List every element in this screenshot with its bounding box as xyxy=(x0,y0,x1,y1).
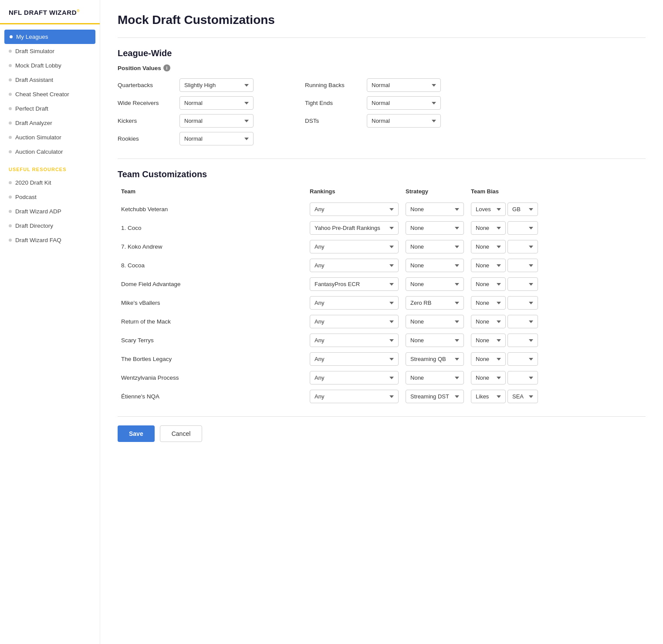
table-row: 7. Koko AndrewAnyYahoo Pre-Draft Ranking… xyxy=(118,237,646,256)
strategy-select-4[interactable]: NoneZero RBHero RBRobust RBStreaming QBS… xyxy=(406,277,464,291)
rb-select[interactable]: Very LowLowSlightly LowNormalSlightly Hi… xyxy=(367,78,441,92)
rankings-select-2[interactable]: AnyYahoo Pre-Draft RankingsFantasyPros E… xyxy=(310,240,399,253)
bias-div-5: NoneLovesLikesHatesGBSEAKCSFDALNEBALBUFM… xyxy=(471,296,642,310)
bias-pos-select-7[interactable]: GBSEAKCSFDALNEBALBUFMINLARNOTBPHICLECIND… xyxy=(507,334,538,347)
bias-loves-select-5[interactable]: NoneLovesLikesHates xyxy=(471,296,506,310)
bias-pos-select-6[interactable]: GBSEAKCSFDALNEBALBUFMINLARNOTBPHICLECIND… xyxy=(507,315,538,328)
rankings-select-1[interactable]: AnyYahoo Pre-Draft RankingsFantasyPros E… xyxy=(310,221,399,235)
bias-pos-select-2[interactable]: GBSEAKCSFDALNEBALBUFMINLARNOTBPHICLECIND… xyxy=(507,240,538,253)
sidebar-item-auction-simulator[interactable]: Auction Simulator xyxy=(0,130,100,145)
strategy-select-3[interactable]: NoneZero RBHero RBRobust RBStreaming QBS… xyxy=(406,259,464,272)
bias-pos-select-9[interactable]: GBSEAKCSFDALNEBALBUFMINLARNOTBPHICLECIND… xyxy=(507,371,538,384)
strategy-cell-10: NoneZero RBHero RBRobust RBStreaming QBS… xyxy=(402,387,467,406)
team-name-4: Dome Field Advantage xyxy=(118,275,306,293)
bias-pos-select-4[interactable]: GBSEAKCSFDALNEBALBUFMINLARNOTBPHICLECIND… xyxy=(507,277,538,291)
bias-div-8: NoneLovesLikesHatesGBSEAKCSFDALNEBALBUFM… xyxy=(471,352,642,366)
dot-icon xyxy=(9,78,12,81)
table-row: Mike's vBallersAnyYahoo Pre-Draft Rankin… xyxy=(118,293,646,312)
strategy-select-5[interactable]: NoneZero RBHero RBRobust RBStreaming QBS… xyxy=(406,296,464,310)
strategy-select-0[interactable]: NoneZero RBHero RBRobust RBStreaming QBS… xyxy=(406,202,464,216)
position-column-left: Quarterbacks Very LowLowSlightly LowNorm… xyxy=(118,78,279,145)
col-strategy: Strategy xyxy=(402,185,467,200)
strategy-select-1[interactable]: NoneZero RBHero RBRobust RBStreaming QBS… xyxy=(406,221,464,235)
strategy-select-9[interactable]: NoneZero RBHero RBRobust RBStreaming QBS… xyxy=(406,371,464,384)
bias-div-3: NoneLovesLikesHatesGBSEAKCSFDALNEBALBUFM… xyxy=(471,259,642,272)
sidebar-item-perfect-draft[interactable]: Perfect Draft xyxy=(0,101,100,116)
bias-pos-select-8[interactable]: GBSEAKCSFDALNEBALBUFMINLARNOTBPHICLECIND… xyxy=(507,352,538,366)
bias-cell-10: NoneLovesLikesHatesGBSEAKCSFDALNEBALBUFM… xyxy=(467,387,646,406)
sidebar-item-draft-simulator[interactable]: Draft Simulator xyxy=(0,44,100,58)
bias-loves-select-4[interactable]: NoneLovesLikesHates xyxy=(471,277,506,291)
page-title: Mock Draft Customizations xyxy=(118,13,646,27)
info-icon[interactable]: i xyxy=(163,64,170,71)
dst-label: DSTs xyxy=(305,118,362,124)
rankings-select-6[interactable]: AnyYahoo Pre-Draft RankingsFantasyPros E… xyxy=(310,315,399,328)
dot-icon xyxy=(9,64,12,67)
sidebar-item-2020-draft-kit[interactable]: 2020 Draft Kit xyxy=(0,175,100,190)
bias-div-10: NoneLovesLikesHatesGBSEAKCSFDALNEBALBUFM… xyxy=(471,390,642,403)
rankings-select-10[interactable]: AnyYahoo Pre-Draft RankingsFantasyPros E… xyxy=(310,390,399,403)
rankings-select-4[interactable]: AnyYahoo Pre-Draft RankingsFantasyPros E… xyxy=(310,277,399,291)
position-row-qb: Quarterbacks Very LowLowSlightly LowNorm… xyxy=(118,78,279,92)
sidebar-item-podcast[interactable]: Podcast xyxy=(0,190,100,204)
te-select[interactable]: Very LowLowSlightly LowNormalSlightly Hi… xyxy=(367,96,441,110)
sidebar-item-my-leagues[interactable]: My Leagues xyxy=(4,30,95,44)
bias-loves-select-1[interactable]: NoneLovesLikesHates xyxy=(471,221,506,235)
rankings-cell-0: AnyYahoo Pre-Draft RankingsFantasyPros E… xyxy=(306,200,402,219)
team-table-body: Ketchubb VeteranAnyYahoo Pre-Draft Ranki… xyxy=(118,200,646,406)
bias-cell-5: NoneLovesLikesHatesGBSEAKCSFDALNEBALBUFM… xyxy=(467,293,646,312)
bias-pos-select-10[interactable]: GBSEAKCSFDALNEBALBUFMINLARNOTBPHICLECIND… xyxy=(507,390,538,403)
strategy-select-8[interactable]: NoneZero RBHero RBRobust RBStreaming QBS… xyxy=(406,352,464,366)
wr-label: Wide Receivers xyxy=(118,100,174,106)
team-customizations-section: Team Customizations Team Rankings Strate… xyxy=(118,169,646,406)
position-row-rb: Running Backs Very LowLowSlightly LowNor… xyxy=(305,78,466,92)
sidebar-item-draft-analyzer[interactable]: Draft Analyzer xyxy=(0,116,100,130)
k-select[interactable]: Very LowLowSlightly LowNormalSlightly Hi… xyxy=(179,114,254,128)
sidebar-item-mock-draft-lobby[interactable]: Mock Draft Lobby xyxy=(0,58,100,73)
rankings-select-9[interactable]: AnyYahoo Pre-Draft RankingsFantasyPros E… xyxy=(310,371,399,384)
bias-div-9: NoneLovesLikesHatesGBSEAKCSFDALNEBALBUFM… xyxy=(471,371,642,384)
rankings-cell-3: AnyYahoo Pre-Draft RankingsFantasyPros E… xyxy=(306,256,402,275)
bias-pos-select-0[interactable]: GBSEAKCSFDALNEBALBUFMINLARNOTBPHICLECIND… xyxy=(507,202,538,216)
rankings-select-8[interactable]: AnyYahoo Pre-Draft RankingsFantasyPros E… xyxy=(310,352,399,366)
sidebar-item-draft-wizard-adp[interactable]: Draft Wizard ADP xyxy=(0,204,100,219)
rankings-select-7[interactable]: AnyYahoo Pre-Draft RankingsFantasyPros E… xyxy=(310,334,399,347)
strategy-select-10[interactable]: NoneZero RBHero RBRobust RBStreaming QBS… xyxy=(406,390,464,403)
bias-cell-3: NoneLovesLikesHatesGBSEAKCSFDALNEBALBUFM… xyxy=(467,256,646,275)
sidebar-item-draft-directory[interactable]: Draft Directory xyxy=(0,219,100,233)
cancel-button[interactable]: Cancel xyxy=(160,425,203,442)
bias-pos-select-3[interactable]: GBSEAKCSFDALNEBALBUFMINLARNOTBPHICLECIND… xyxy=(507,259,538,272)
strategy-cell-2: NoneZero RBHero RBRobust RBStreaming QBS… xyxy=(402,237,467,256)
strategy-cell-1: NoneZero RBHero RBRobust RBStreaming QBS… xyxy=(402,219,467,237)
bias-loves-select-10[interactable]: NoneLovesLikesHates xyxy=(471,390,506,403)
dst-select[interactable]: Very LowLowSlightly LowNormalSlightly Hi… xyxy=(367,114,441,128)
save-button[interactable]: Save xyxy=(118,425,155,442)
bias-loves-select-2[interactable]: NoneLovesLikesHates xyxy=(471,240,506,253)
bias-loves-select-8[interactable]: NoneLovesLikesHates xyxy=(471,352,506,366)
team-name-8: The Bortles Legacy xyxy=(118,350,306,368)
sidebar-item-draft-assistant[interactable]: Draft Assistant xyxy=(0,73,100,87)
rankings-select-0[interactable]: AnyYahoo Pre-Draft RankingsFantasyPros E… xyxy=(310,202,399,216)
bias-pos-select-5[interactable]: GBSEAKCSFDALNEBALBUFMINLARNOTBPHICLECIND… xyxy=(507,296,538,310)
bias-loves-select-3[interactable]: NoneLovesLikesHates xyxy=(471,259,506,272)
rankings-select-3[interactable]: AnyYahoo Pre-Draft RankingsFantasyPros E… xyxy=(310,259,399,272)
bias-loves-select-6[interactable]: NoneLovesLikesHates xyxy=(471,315,506,328)
bias-loves-select-9[interactable]: NoneLovesLikesHates xyxy=(471,371,506,384)
bias-pos-select-1[interactable]: GBSEAKCSFDALNEBALBUFMINLARNOTBPHICLECIND… xyxy=(507,221,538,235)
dot-icon xyxy=(9,181,12,184)
sidebar-item-cheat-sheet-creator[interactable]: Cheat Sheet Creator xyxy=(0,87,100,101)
strategy-select-7[interactable]: NoneZero RBHero RBRobust RBStreaming QBS… xyxy=(406,334,464,347)
rookies-select[interactable]: Very LowLowSlightly LowNormalSlightly Hi… xyxy=(179,132,254,145)
bias-loves-select-0[interactable]: NoneLovesLikesHates xyxy=(471,202,506,216)
qb-select[interactable]: Very LowLowSlightly LowNormalSlightly Hi… xyxy=(179,78,254,92)
strategy-select-6[interactable]: NoneZero RBHero RBRobust RBStreaming QBS… xyxy=(406,315,464,328)
logo: NFL DRAFT WIZARD® xyxy=(0,9,100,24)
rankings-select-5[interactable]: AnyYahoo Pre-Draft RankingsFantasyPros E… xyxy=(310,296,399,310)
sidebar-item-draft-wizard-faq[interactable]: Draft Wizard FAQ xyxy=(0,233,100,247)
rankings-cell-9: AnyYahoo Pre-Draft RankingsFantasyPros E… xyxy=(306,368,402,387)
bias-loves-select-7[interactable]: NoneLovesLikesHates xyxy=(471,334,506,347)
strategy-select-2[interactable]: NoneZero RBHero RBRobust RBStreaming QBS… xyxy=(406,240,464,253)
strategy-cell-6: NoneZero RBHero RBRobust RBStreaming QBS… xyxy=(402,312,467,331)
wr-select[interactable]: Very LowLowSlightly LowNormalSlightly Hi… xyxy=(179,96,254,110)
sidebar-item-auction-calculator[interactable]: Auction Calculator xyxy=(0,145,100,159)
